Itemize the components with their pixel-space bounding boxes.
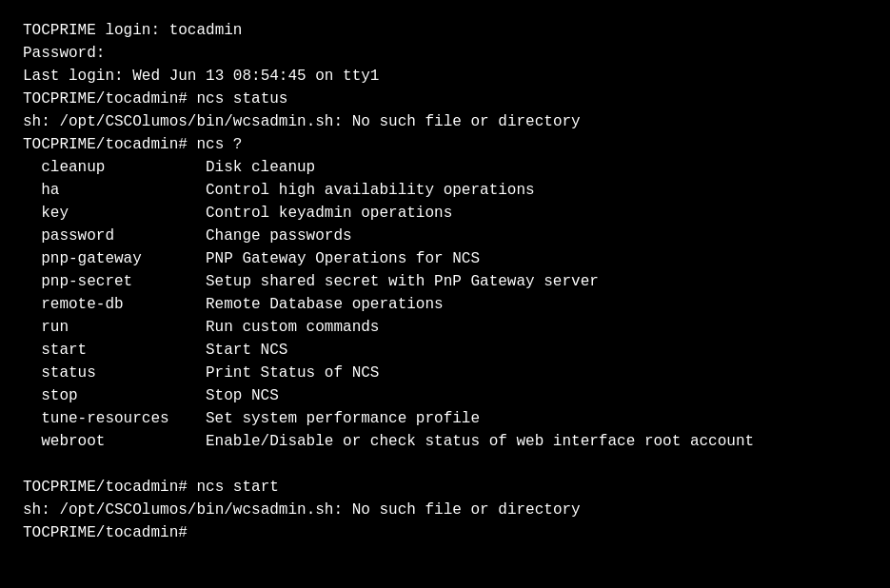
command-name: key (23, 202, 206, 225)
ncs-start-cmd: TOCPRIME/tocadmin# ncs start (23, 476, 867, 499)
command-desc: Stop NCS (206, 387, 279, 404)
ncs-start-error: sh: /opt/CSCOlumos/bin/wcsadmin.sh: No s… (23, 499, 867, 521)
command-desc: Start NCS (206, 342, 287, 359)
command-desc: Setup shared secret with PnP Gateway ser… (206, 273, 599, 290)
command-desc: Control high availability operations (206, 182, 535, 199)
ncs-status-cmd: TOCPRIME/tocadmin# ncs status (23, 88, 867, 110)
ncs-status-error: sh: /opt/CSCOlumos/bin/wcsadmin.sh: No s… (23, 110, 867, 133)
command-name: remote-db (23, 293, 206, 316)
command-row: stopStop NCS (23, 384, 867, 407)
command-name: password (23, 225, 206, 247)
command-name: pnp-secret (23, 270, 206, 293)
password-line: Password: (23, 42, 867, 65)
ncs-help-cmd: TOCPRIME/tocadmin# ncs ? (23, 133, 867, 156)
command-desc: Change passwords (206, 227, 352, 245)
command-desc: Set system performance profile (206, 410, 480, 427)
last-login-line: Last login: Wed Jun 13 08:54:45 on tty1 (23, 65, 867, 88)
command-row: startStart NCS (23, 339, 867, 362)
command-name: start (23, 339, 206, 362)
command-row: cleanupDisk cleanup (23, 156, 867, 179)
command-desc: Print Status of NCS (206, 364, 379, 382)
command-row: tune-resourcesSet system performance pro… (23, 407, 867, 430)
command-row: pnp-secretSetup shared secret with PnP G… (23, 270, 867, 293)
command-row: webrootEnable/Disable or check status of… (23, 430, 867, 453)
final-prompt: TOCPRIME/tocadmin# (23, 521, 867, 544)
login-line: TOCPRIME login: tocadmin (23, 19, 867, 42)
command-row: pnp-gatewayPNP Gateway Operations for NC… (23, 247, 867, 270)
command-row: runRun custom commands (23, 316, 867, 339)
footer-blank (23, 453, 867, 476)
command-list: cleanupDisk cleanup haControl high avail… (23, 156, 867, 453)
command-row: statusPrint Status of NCS (23, 362, 867, 384)
command-name: stop (23, 384, 206, 407)
command-desc: Enable/Disable or check status of web in… (206, 433, 754, 450)
terminal-window: TOCPRIME login: tocadmin Password: Last … (23, 19, 867, 544)
command-name: pnp-gateway (23, 247, 206, 270)
command-desc: Control keyadmin operations (206, 205, 452, 222)
command-name: status (23, 362, 206, 384)
command-name: run (23, 316, 206, 339)
command-row: passwordChange passwords (23, 225, 867, 247)
command-desc: Disk cleanup (206, 159, 315, 176)
command-desc: Run custom commands (206, 319, 379, 336)
command-row: keyControl keyadmin operations (23, 202, 867, 225)
command-desc: PNP Gateway Operations for NCS (206, 250, 480, 267)
command-row: remote-dbRemote Database operations (23, 293, 867, 316)
command-name: tune-resources (23, 407, 206, 430)
command-row: haControl high availability operations (23, 179, 867, 202)
command-name: webroot (23, 430, 206, 453)
command-name: ha (23, 179, 206, 202)
command-name: cleanup (23, 156, 206, 179)
command-desc: Remote Database operations (206, 296, 444, 313)
